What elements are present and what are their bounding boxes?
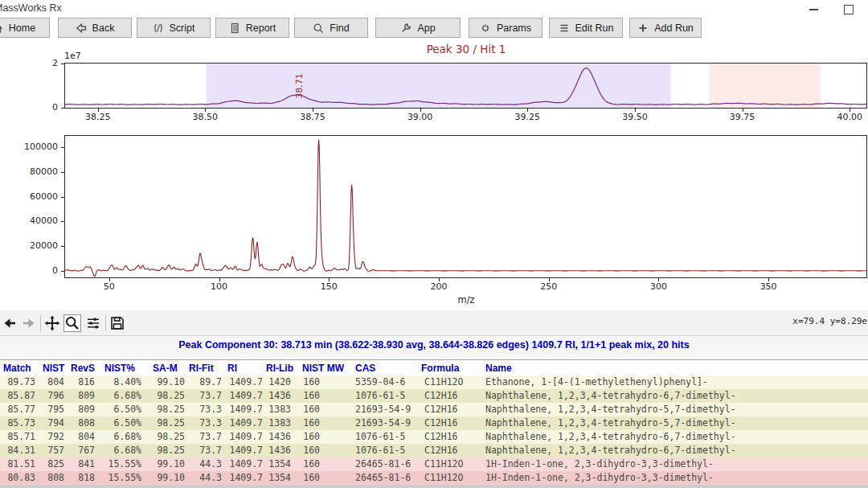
result-cell: 85.87 [0, 389, 37, 403]
x-tick-label: 39.75 [727, 112, 759, 122]
column-header-nistmw[interactable]: NIST MW [302, 360, 344, 376]
result-cell: 1420 [264, 375, 293, 389]
result-cell: 6.68% [96, 430, 143, 444]
result-cell: 85.71 [0, 430, 37, 444]
tick-mark [61, 246, 64, 247]
result-cell: 160 [293, 416, 347, 430]
x-axis-label: m/z [434, 294, 498, 306]
result-cell: 73.3 [186, 416, 223, 430]
result-row[interactable]: 85.737948086.50%98.2573.31409.7138316021… [0, 416, 868, 430]
result-cell: 809 [66, 403, 96, 416]
column-header-rilib[interactable]: RI-Lib [266, 360, 293, 376]
toolbar-button-script[interactable]: Script [137, 18, 211, 38]
save-icon[interactable] [108, 314, 126, 332]
results-panel: Peak Component 30: 38.713 min (38.622-38… [0, 335, 868, 488]
column-header-revs[interactable]: RevS [71, 360, 95, 376]
result-cell: Naphthalene, 1,2,3,4-tetrahydro-6,7-dime… [482, 389, 868, 403]
result-cell: 792 [37, 430, 66, 444]
result-cell: 1409.7 [223, 403, 264, 416]
result-cell: Naphthalene, 1,2,3,4-tetrahydro-6,7-dime… [482, 444, 868, 457]
result-cell: 89.7 [186, 375, 223, 389]
result-cell: C11H12O [421, 375, 482, 389]
result-cell: 160 [293, 444, 347, 457]
column-header-ri[interactable]: RI [227, 360, 237, 376]
result-cell: 1383 [264, 416, 293, 430]
toolbar-button-edit-run[interactable]: Edit Run [549, 18, 623, 38]
result-cell: 1409.7 [223, 444, 264, 457]
column-header-name[interactable]: Name [485, 360, 512, 376]
x-tick-label: 250 [533, 281, 565, 292]
toolbar-separator [105, 315, 106, 331]
mass-spectrum-plot: m/z 501001502002503003500200004000060000… [0, 130, 868, 310]
result-cell: 1436 [264, 389, 293, 403]
result-cell: 99.10 [143, 471, 186, 485]
minimize-button[interactable] [802, 3, 826, 14]
column-header-nist[interactable]: NIST [43, 360, 64, 376]
result-cell: 816 [66, 375, 96, 389]
result-cell: C12H16 [421, 444, 482, 457]
result-cell: 98.25 [143, 416, 186, 430]
result-row[interactable]: 80.8380881815.55%99.1044.31409.713541602… [0, 471, 868, 485]
toolbar-button-params[interactable]: Params [469, 18, 542, 38]
result-cell: 8.40% [96, 375, 143, 389]
pan-icon[interactable] [43, 314, 61, 332]
result-cell: 795 [37, 403, 66, 416]
result-cell: 1436 [264, 444, 293, 457]
toolbar-button-find[interactable]: Find [294, 18, 368, 38]
result-cell: 21693-54-9 [347, 416, 421, 430]
x-tick-label: 38.25 [82, 112, 114, 122]
result-cell: 98.25 [143, 403, 186, 416]
result-cell: 794 [37, 416, 66, 430]
result-row[interactable]: 85.777958096.50%98.2573.31409.7138316021… [0, 403, 868, 416]
zoom-icon[interactable] [63, 314, 81, 332]
column-header-nistpct[interactable]: NIST% [104, 360, 135, 376]
results-table-body: 89.738048168.40%99.1089.71409.7142016053… [0, 375, 868, 485]
subplots-icon[interactable] [84, 314, 102, 332]
column-header-sam[interactable]: SA-M [153, 360, 178, 376]
toolbar-button-back[interactable]: Back [58, 18, 132, 38]
tick-mark [61, 147, 64, 148]
column-header-match[interactable]: Match [3, 360, 31, 376]
tick-mark [61, 108, 64, 109]
result-cell: 85.73 [0, 416, 37, 430]
result-cell: 1409.7 [223, 375, 264, 389]
chromatogram-canvas[interactable] [64, 63, 867, 109]
toolbar-button-home[interactable]: Home [0, 18, 50, 38]
bottom-strip [0, 485, 868, 488]
toolbar-button-add-run[interactable]: Add Run [629, 18, 702, 38]
peak-rt-annotation: 38.71 [294, 73, 305, 99]
x-tick-label: 39.25 [511, 112, 543, 122]
main-toolbar: Home Back Script Report Find App Params [0, 16, 868, 40]
maximize-button[interactable] [836, 3, 860, 14]
result-cell: 1H-Inden-1-one, 2,3-dihydro-3,3-dimethyl… [482, 457, 868, 471]
result-row[interactable]: 89.738048168.40%99.1089.71409.7142016053… [0, 375, 868, 389]
toolbar-button-label: Params [497, 23, 531, 34]
tick-mark [61, 172, 64, 173]
column-header-rifit[interactable]: RI-Fit [189, 360, 214, 376]
result-cell: 99.10 [143, 375, 186, 389]
result-cell: 1354 [264, 457, 293, 471]
result-cell: Naphthalene, 1,2,3,4-tetrahydro-6,7-dime… [482, 430, 868, 444]
x-tick-label: 150 [313, 281, 345, 292]
back-arrow-icon[interactable] [1, 314, 18, 332]
forward-arrow-icon[interactable] [20, 314, 38, 332]
column-header-cas[interactable]: CAS [355, 360, 375, 376]
result-row[interactable]: 85.717928046.68%98.2573.71409.7143616010… [0, 430, 868, 444]
result-cell: 5359-04-6 [347, 375, 421, 389]
x-tick-label: 38.75 [297, 112, 329, 122]
result-cell: 21693-54-9 [347, 403, 421, 416]
result-row[interactable]: 81.5182584115.55%99.1044.31409.713541602… [0, 457, 868, 471]
tick-mark [61, 197, 64, 198]
column-header-formula[interactable]: Formula [421, 360, 459, 376]
result-row[interactable]: 84.317577676.68%98.2573.71409.7143616010… [0, 444, 868, 457]
result-cell: 99.10 [143, 457, 186, 471]
toolbar-separator [40, 315, 41, 331]
x-tick-label: 200 [423, 281, 455, 292]
toolbar-button-report[interactable]: Report [215, 18, 289, 38]
result-row[interactable]: 85.877968096.68%98.2573.71409.7143616010… [0, 389, 868, 403]
toolbar-button-app[interactable]: App [375, 18, 461, 38]
y-tick-label: 0 [32, 102, 58, 113]
toolbar-button-label: Back [92, 23, 115, 34]
result-cell: 73.3 [186, 403, 223, 416]
mass-spectrum-canvas[interactable] [64, 135, 867, 278]
